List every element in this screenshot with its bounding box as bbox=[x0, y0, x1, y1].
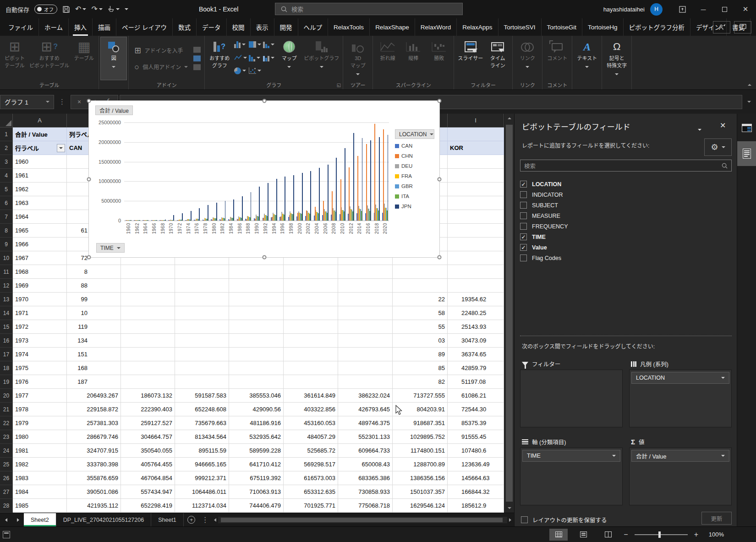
table-cell[interactable]: 525685.72 bbox=[284, 444, 338, 458]
table-cell[interactable]: 187 bbox=[67, 375, 121, 389]
table-cell[interactable]: 1982 bbox=[13, 458, 67, 471]
share-button[interactable] bbox=[713, 21, 730, 33]
field-checkbox-SUBJECT[interactable] bbox=[520, 202, 527, 209]
row-header-18[interactable]: 18 bbox=[0, 361, 13, 375]
table-cell[interactable] bbox=[393, 265, 448, 279]
table-cell[interactable]: 8 bbox=[67, 265, 121, 279]
table-cell[interactable] bbox=[448, 210, 504, 224]
table-cell[interactable] bbox=[229, 306, 284, 320]
table-cell[interactable] bbox=[284, 320, 338, 334]
table-cell[interactable]: 145664.63 bbox=[448, 471, 504, 485]
chart-selection-handle[interactable] bbox=[438, 255, 442, 260]
table-cell[interactable]: 333780.398 bbox=[67, 458, 121, 471]
table-cell[interactable] bbox=[284, 334, 338, 348]
table-cell[interactable] bbox=[338, 293, 393, 306]
table-cell[interactable]: 134 bbox=[67, 334, 121, 348]
table-cell[interactable] bbox=[229, 334, 284, 348]
dialog-launcher-icon[interactable]: ◱ bbox=[337, 83, 341, 88]
table-cell[interactable] bbox=[121, 293, 175, 306]
table-cell[interactable]: 1029895.752 bbox=[393, 430, 448, 444]
table-cell[interactable]: 683365.386 bbox=[338, 471, 393, 485]
table-cell[interactable]: 1629546.124 bbox=[393, 499, 448, 513]
table-cell[interactable]: 405764.455 bbox=[121, 458, 175, 471]
table-cell[interactable] bbox=[448, 279, 504, 293]
table-cell[interactable]: 03 bbox=[393, 334, 448, 348]
table-cell[interactable]: 653312.635 bbox=[284, 485, 338, 499]
row-header-4[interactable]: 4 bbox=[0, 169, 13, 183]
column-header-I[interactable]: I bbox=[448, 114, 504, 127]
sheet-nav-left[interactable] bbox=[0, 513, 12, 526]
table-cell[interactable]: 713727.555 bbox=[393, 389, 448, 403]
table-cell[interactable]: 123636.49 bbox=[448, 458, 504, 471]
collapse-ribbon-button[interactable] bbox=[748, 79, 751, 88]
pivot-fields-pane-button[interactable] bbox=[737, 116, 756, 140]
column-header-A[interactable]: A bbox=[13, 114, 67, 127]
table-cell[interactable] bbox=[175, 306, 229, 320]
ribbon-tab-TortoiseSVI[interactable]: TortoiseSVI bbox=[499, 18, 542, 36]
table-cell[interactable]: 229158.872 bbox=[67, 403, 121, 416]
area-box-axis[interactable]: TIME bbox=[520, 448, 623, 505]
undo-button[interactable]: ↶ bbox=[75, 6, 86, 13]
table-cell[interactable]: 166844.32 bbox=[448, 485, 504, 499]
table-cell[interactable]: 710063.913 bbox=[229, 485, 284, 499]
table-cell[interactable]: 1979 bbox=[13, 416, 67, 430]
close-button[interactable]: ✕ bbox=[735, 0, 756, 18]
table-cell[interactable]: 481186.916 bbox=[229, 416, 284, 430]
table-cell[interactable]: 10 bbox=[67, 306, 121, 320]
table-cell[interactable] bbox=[284, 279, 338, 293]
sheet-tab-Sheet2[interactable]: Sheet2 bbox=[24, 513, 56, 526]
table-cell[interactable]: 85 bbox=[393, 361, 448, 375]
table-cell[interactable]: 1967 bbox=[13, 251, 67, 265]
table-cell[interactable] bbox=[229, 265, 284, 279]
table-cell[interactable] bbox=[229, 348, 284, 361]
chart-type-mhist[interactable] bbox=[249, 53, 261, 62]
chart-type-mscat[interactable] bbox=[249, 66, 261, 75]
user-name[interactable]: hayashidataihei bbox=[603, 6, 645, 13]
table-cell[interactable] bbox=[229, 293, 284, 306]
table-cell[interactable] bbox=[448, 238, 504, 251]
chart-selection-handle[interactable] bbox=[438, 99, 442, 103]
row-header-7[interactable]: 7 bbox=[0, 210, 13, 224]
row-header-11[interactable]: 11 bbox=[0, 265, 13, 279]
pivot-column-header-KOR[interactable]: KOR bbox=[448, 141, 504, 155]
area-box-filter[interactable] bbox=[520, 370, 623, 427]
table-cell[interactable]: 813434.564 bbox=[175, 430, 229, 444]
scroll-up-arrow[interactable] bbox=[504, 114, 515, 123]
table-cell[interactable]: 1965 bbox=[13, 224, 67, 238]
table-cell[interactable]: 1501037.357 bbox=[393, 485, 448, 499]
chart-selection-handle[interactable] bbox=[87, 255, 91, 260]
customize-qat-button[interactable] bbox=[125, 8, 128, 10]
table-cell[interactable]: 589599.228 bbox=[229, 444, 284, 458]
row-header-9[interactable]: 9 bbox=[0, 238, 13, 251]
row-header-23[interactable]: 23 bbox=[0, 430, 13, 444]
ribbon-tab-ページ レイアウ[interactable]: ページ レイアウ bbox=[116, 18, 173, 36]
zoom-slider[interactable] bbox=[635, 534, 688, 535]
row-header-6[interactable]: 6 bbox=[0, 196, 13, 210]
autosave-toggle[interactable]: オフ bbox=[34, 5, 57, 14]
table-cell[interactable]: 1968 bbox=[13, 265, 67, 279]
table-cell[interactable] bbox=[338, 375, 393, 389]
table-cell[interactable]: 85375.39 bbox=[448, 416, 504, 430]
chart-selection-handle[interactable] bbox=[87, 177, 91, 181]
field-search-input[interactable]: 検索 bbox=[520, 160, 732, 171]
sheet-tab-menu[interactable]: ⋮ bbox=[199, 513, 211, 526]
table-cell[interactable]: 257381.303 bbox=[67, 416, 121, 430]
ribbon-display-options-button[interactable] bbox=[672, 0, 693, 18]
table-cell[interactable]: 385553.046 bbox=[229, 389, 284, 403]
table-cell[interactable]: 206493.267 bbox=[67, 389, 121, 403]
row-header-15[interactable]: 15 bbox=[0, 320, 13, 334]
search-box[interactable]: 検索 bbox=[275, 3, 463, 15]
chart-type-mwf[interactable] bbox=[263, 40, 274, 49]
table-cell[interactable]: 119 bbox=[67, 320, 121, 334]
table-cell[interactable]: 591587.583 bbox=[175, 389, 229, 403]
table-cell[interactable] bbox=[284, 293, 338, 306]
table-cell[interactable]: 1974 bbox=[13, 348, 67, 361]
table-cell[interactable]: 1975 bbox=[13, 361, 67, 375]
field-item-TIME[interactable]: ✓TIME bbox=[520, 232, 732, 242]
table-cell[interactable]: 609664.733 bbox=[338, 444, 393, 458]
table-cell[interactable] bbox=[448, 224, 504, 238]
table-cell[interactable]: 82 bbox=[393, 375, 448, 389]
table-cell[interactable] bbox=[284, 348, 338, 361]
table-cell[interactable]: 652298.419 bbox=[121, 499, 175, 513]
zoom-out-button[interactable]: − bbox=[624, 531, 628, 539]
